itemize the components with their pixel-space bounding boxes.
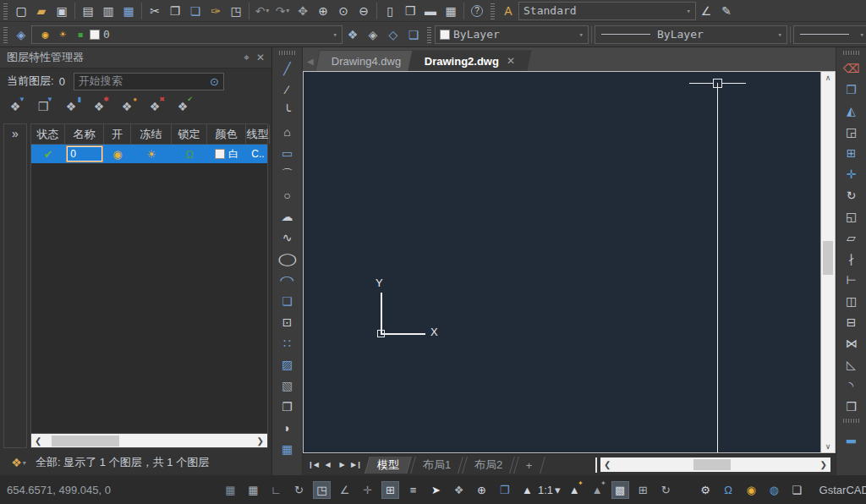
paste[interactable]: ❏ bbox=[185, 2, 206, 20]
layer-table-row[interactable]: ✔0◉☀Ω白C.. bbox=[31, 145, 267, 163]
mirror-tool[interactable]: ◭ bbox=[841, 100, 862, 121]
quick-properties[interactable]: ⊞ bbox=[634, 481, 652, 499]
lineweight-control-combo-dropdown-icon[interactable]: ▾ bbox=[860, 30, 864, 39]
layer-states[interactable]: ◇ bbox=[383, 25, 403, 44]
layer-name-cell[interactable]: 0 bbox=[65, 145, 104, 163]
circle-tool[interactable]: ○ bbox=[277, 184, 298, 205]
chamfer-tool[interactable]: ◺ bbox=[841, 353, 862, 375]
layer-unlock-icon[interactable]: ▪ bbox=[72, 25, 90, 43]
layer-on-cell[interactable]: ◉ bbox=[104, 145, 131, 163]
dynamic-input[interactable]: ⊞ bbox=[381, 481, 399, 499]
layer-freeze-cell[interactable]: ☀ bbox=[131, 145, 172, 163]
hscroll-thumb[interactable] bbox=[693, 459, 731, 470]
insert-block-tool[interactable]: ❏ bbox=[277, 290, 298, 311]
scroll-left-icon[interactable]: ❮ bbox=[35, 436, 41, 446]
arc-tool[interactable]: ⌒ bbox=[277, 163, 298, 184]
zoom-realtime[interactable]: ⊕ bbox=[313, 2, 333, 20]
column-header-1[interactable]: 名称 bbox=[65, 124, 104, 144]
stretch-tool[interactable]: ▱ bbox=[841, 227, 862, 248]
hscroll-thumb[interactable] bbox=[52, 436, 119, 446]
dynamic-ucs[interactable]: ✛ bbox=[359, 481, 376, 499]
spline-tool[interactable]: ∿ bbox=[277, 227, 298, 248]
layout-tab-布局2[interactable]: 布局2 bbox=[462, 457, 515, 474]
prev-layout-button[interactable]: ◀ bbox=[321, 461, 335, 468]
canvas-vscrollbar[interactable]: ∧ ∨ bbox=[820, 72, 835, 452]
scroll-up-icon[interactable]: ∧ bbox=[821, 74, 835, 82]
scroll-right-icon[interactable]: ❯ bbox=[257, 436, 264, 446]
redo-dropdown-icon[interactable]: ▾ bbox=[286, 7, 289, 14]
close-icon[interactable]: ✕ bbox=[256, 52, 265, 63]
selection-cycling[interactable]: ➤ bbox=[427, 481, 445, 499]
layer-table-hscrollbar[interactable]: ❮ ❯ bbox=[31, 433, 267, 447]
layout-tab-布局1[interactable]: 布局1 bbox=[410, 457, 463, 474]
lineweight-control-combo[interactable]: ▾ bbox=[793, 25, 866, 44]
hardware-acceleration[interactable]: ↻ bbox=[657, 481, 675, 499]
layer-color-swatch[interactable] bbox=[215, 149, 225, 159]
layout-tab-+[interactable]: + bbox=[514, 457, 545, 474]
settings-gear[interactable]: ⚙ bbox=[697, 481, 715, 499]
trim-tool[interactable]: ∤ bbox=[841, 248, 862, 269]
redo[interactable]: ↷▾ bbox=[272, 2, 293, 20]
match-properties[interactable]: ✑ bbox=[206, 2, 226, 20]
layer-filter-icon[interactable]: ❖▾ bbox=[8, 453, 29, 472]
break-at-point-tool[interactable]: ◫ bbox=[841, 290, 862, 311]
grid-style[interactable]: ▩ bbox=[611, 481, 629, 499]
zoom-status[interactable]: ⊕ bbox=[473, 481, 491, 499]
layout-tab-模型[interactable]: 模型 bbox=[364, 457, 412, 474]
offset-tool[interactable]: ◲ bbox=[841, 121, 862, 142]
filter-tree-collapse-strip[interactable]: » bbox=[3, 123, 27, 448]
viewport-preview[interactable]: ❐ bbox=[496, 481, 513, 499]
column-header-2[interactable]: 开 bbox=[104, 124, 131, 144]
tab-close-icon[interactable]: ✕ bbox=[507, 55, 515, 67]
scale-tool[interactable]: ◱ bbox=[841, 205, 862, 227]
rotate-tool[interactable]: ↻ bbox=[841, 184, 862, 205]
ortho-mode[interactable]: ∟ bbox=[267, 481, 285, 499]
layer-status-check-icon[interactable]: ✔ bbox=[40, 145, 58, 163]
layer-properties-icon[interactable]: ◈ bbox=[11, 25, 31, 44]
drawing-tab-drawing2-dwg[interactable]: Drawing2.dwg✕ bbox=[408, 50, 532, 71]
break-tool[interactable]: ⊟ bbox=[841, 311, 862, 332]
draw-order-tool[interactable]: ▂ bbox=[841, 425, 862, 446]
line-tool[interactable]: ╱ bbox=[277, 58, 298, 79]
linetype-control-combo[interactable]: ByLayer▾ bbox=[595, 25, 787, 44]
tab-scroll-back-icon[interactable]: ◀ bbox=[307, 57, 314, 66]
table-tool[interactable]: ▦ bbox=[277, 438, 298, 459]
array-tool[interactable]: ⊞ bbox=[841, 142, 862, 163]
drawing-canvas[interactable]: Y X bbox=[304, 72, 820, 452]
toolbar-grip[interactable] bbox=[843, 419, 860, 423]
set-current-layer[interactable]: ❖✔ bbox=[173, 97, 193, 116]
annotation-scale-icon[interactable]: ▲ bbox=[518, 481, 536, 499]
new-layer[interactable]: ❖✱ bbox=[89, 97, 109, 116]
text-style-combo-dropdown-icon[interactable]: ▾ bbox=[687, 7, 691, 15]
column-header-6[interactable]: 线型 bbox=[246, 124, 270, 144]
layer-previous[interactable]: ◈ bbox=[363, 25, 383, 44]
print-preview[interactable]: ▥ bbox=[98, 2, 118, 20]
open-file[interactable]: ▰ bbox=[31, 2, 52, 20]
quick-calculator[interactable]: ▦ bbox=[441, 2, 461, 20]
column-header-3[interactable]: 冻结 bbox=[131, 124, 172, 144]
help[interactable]: ? bbox=[467, 2, 487, 20]
rectangle-tool[interactable]: ▭ bbox=[277, 142, 298, 163]
text-style-icon[interactable]: A bbox=[498, 2, 518, 20]
erase-tool[interactable]: ⌫ bbox=[841, 58, 862, 79]
print[interactable]: ▤ bbox=[78, 2, 98, 20]
pan[interactable]: ✥ bbox=[293, 2, 313, 20]
dimension-edit-icon[interactable]: ✎ bbox=[716, 2, 737, 20]
object-snap[interactable]: ◳ bbox=[313, 481, 331, 499]
layer-color-cell[interactable]: 白 bbox=[207, 145, 246, 163]
auto-annotation[interactable]: ▲✦ bbox=[589, 481, 606, 499]
new-group-filter[interactable]: ❒▼ bbox=[33, 97, 53, 116]
explode-tool[interactable]: ❒ bbox=[841, 396, 862, 417]
object-snap-tracking[interactable]: ∠ bbox=[336, 481, 354, 499]
layer-thaw-icon[interactable]: ☀ bbox=[54, 25, 72, 43]
search-icon[interactable]: ⊙ bbox=[210, 75, 219, 88]
annotation-visibility[interactable]: ▲✦ bbox=[566, 481, 584, 499]
column-header-0[interactable]: 状态 bbox=[31, 124, 65, 144]
move-tool[interactable]: ✛ bbox=[841, 163, 862, 184]
plot[interactable]: ▦ bbox=[118, 2, 139, 20]
undo[interactable]: ↶▾ bbox=[252, 2, 272, 20]
vscroll-thumb[interactable] bbox=[823, 241, 833, 275]
scroll-right-icon[interactable]: ❯ bbox=[820, 460, 827, 469]
panel-title-bar[interactable]: 图层特性管理器 ⌖ ✕ bbox=[0, 47, 271, 68]
wipeout-tool[interactable]: ◗ bbox=[277, 417, 298, 438]
